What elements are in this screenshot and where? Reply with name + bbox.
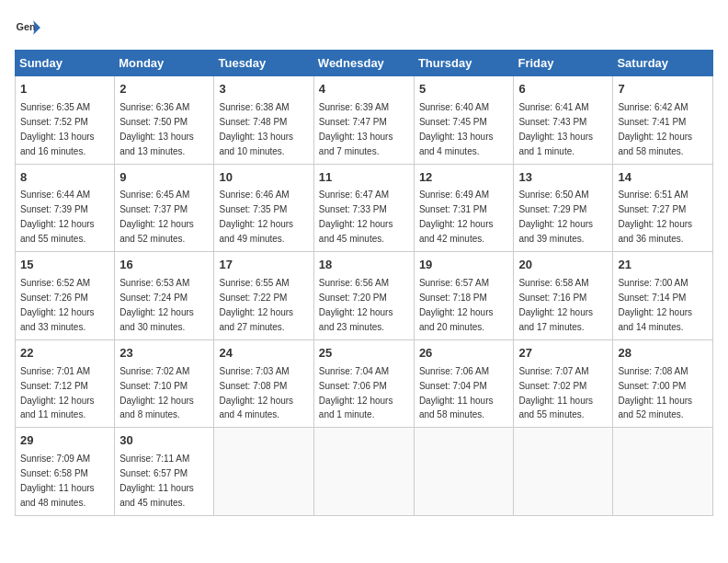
calendar-cell: 16 Sunrise: 6:53 AM Sunset: 7:24 PM Dayl… xyxy=(115,252,214,340)
day-sunset: Sunset: 6:58 PM xyxy=(20,468,88,478)
day-sunrise: Sunrise: 6:41 AM xyxy=(518,102,588,112)
day-sunset: Sunset: 7:37 PM xyxy=(119,204,188,214)
calendar-week-4: 22 Sunrise: 7:01 AM Sunset: 7:12 PM Dayl… xyxy=(16,339,713,428)
day-daylight: Daylight: 12 hours and 39 minutes. xyxy=(518,219,593,244)
weekday-header-monday: Monday xyxy=(115,51,214,76)
calendar-cell: 10 Sunrise: 6:46 AM Sunset: 7:35 PM Dayl… xyxy=(214,164,313,252)
day-daylight: Daylight: 12 hours and 33 minutes. xyxy=(20,307,95,332)
day-number: 22 xyxy=(20,345,109,362)
day-number: 7 xyxy=(618,81,708,98)
day-daylight: Daylight: 12 hours and 4 minutes. xyxy=(219,396,293,420)
day-daylight: Daylight: 11 hours and 58 minutes. xyxy=(419,396,494,420)
day-number: 14 xyxy=(618,169,708,187)
day-number: 16 xyxy=(119,257,209,274)
day-sunset: Sunset: 7:48 PM xyxy=(219,117,287,127)
day-daylight: Daylight: 12 hours and 20 minutes. xyxy=(419,307,494,332)
calendar-cell: 11 Sunrise: 6:47 AM Sunset: 7:33 PM Dayl… xyxy=(313,164,414,252)
day-number: 3 xyxy=(219,81,308,98)
day-number: 13 xyxy=(518,169,608,187)
calendar-cell: 19 Sunrise: 6:57 AM Sunset: 7:18 PM Dayl… xyxy=(414,252,514,340)
day-number: 17 xyxy=(219,257,308,274)
day-number: 29 xyxy=(20,432,109,450)
day-sunset: Sunset: 7:29 PM xyxy=(518,204,586,214)
day-sunset: Sunset: 7:24 PM xyxy=(119,293,188,303)
calendar-cell: 17 Sunrise: 6:55 AM Sunset: 7:22 PM Dayl… xyxy=(214,252,313,340)
day-daylight: Daylight: 12 hours and 8 minutes. xyxy=(119,396,194,420)
day-sunrise: Sunrise: 7:06 AM xyxy=(419,366,489,376)
day-number: 19 xyxy=(419,257,509,274)
day-daylight: Daylight: 13 hours and 16 minutes. xyxy=(20,132,95,156)
day-sunrise: Sunrise: 7:00 AM xyxy=(618,278,688,288)
day-number: 18 xyxy=(319,257,409,274)
calendar-week-5: 29 Sunrise: 7:09 AM Sunset: 6:58 PM Dayl… xyxy=(16,428,713,516)
day-sunrise: Sunrise: 6:44 AM xyxy=(20,190,90,200)
calendar-cell: 9 Sunrise: 6:45 AM Sunset: 7:37 PM Dayli… xyxy=(115,164,214,252)
calendar-week-3: 15 Sunrise: 6:52 AM Sunset: 7:26 PM Dayl… xyxy=(16,252,713,340)
day-sunrise: Sunrise: 7:09 AM xyxy=(20,454,90,464)
calendar-cell: 12 Sunrise: 6:49 AM Sunset: 7:31 PM Dayl… xyxy=(414,164,514,252)
day-daylight: Daylight: 12 hours and 49 minutes. xyxy=(219,219,293,244)
calendar-cell: 26 Sunrise: 7:06 AM Sunset: 7:04 PM Dayl… xyxy=(414,339,514,428)
day-daylight: Daylight: 11 hours and 52 minutes. xyxy=(618,396,692,420)
day-sunset: Sunset: 7:10 PM xyxy=(119,381,188,391)
day-daylight: Daylight: 11 hours and 48 minutes. xyxy=(20,483,95,508)
calendar-cell: 23 Sunrise: 7:02 AM Sunset: 7:10 PM Dayl… xyxy=(115,339,214,428)
day-number: 20 xyxy=(518,257,608,274)
svg-text:Gen: Gen xyxy=(17,21,36,32)
day-sunrise: Sunrise: 6:36 AM xyxy=(119,102,189,112)
day-daylight: Daylight: 12 hours and 23 minutes. xyxy=(319,307,393,332)
day-number: 23 xyxy=(119,345,209,362)
day-sunset: Sunset: 7:04 PM xyxy=(419,381,487,391)
day-daylight: Daylight: 12 hours and 36 minutes. xyxy=(618,219,692,244)
day-daylight: Daylight: 12 hours and 27 minutes. xyxy=(219,307,293,332)
day-sunset: Sunset: 7:12 PM xyxy=(20,381,88,391)
calendar-cell: 24 Sunrise: 7:03 AM Sunset: 7:08 PM Dayl… xyxy=(214,339,313,428)
day-sunset: Sunset: 7:22 PM xyxy=(219,293,287,303)
day-sunrise: Sunrise: 7:07 AM xyxy=(518,366,588,376)
day-number: 25 xyxy=(319,345,409,362)
day-number: 27 xyxy=(518,345,608,362)
day-number: 10 xyxy=(219,169,308,187)
day-sunset: Sunset: 6:57 PM xyxy=(119,468,188,478)
day-sunrise: Sunrise: 6:49 AM xyxy=(419,190,489,200)
day-sunset: Sunset: 7:14 PM xyxy=(618,293,686,303)
day-number: 9 xyxy=(119,169,209,187)
page-header: Gen xyxy=(15,15,713,40)
calendar-cell: 30 Sunrise: 7:11 AM Sunset: 6:57 PM Dayl… xyxy=(115,428,214,516)
day-number: 4 xyxy=(319,81,409,98)
day-sunrise: Sunrise: 6:42 AM xyxy=(618,102,688,112)
calendar-cell: 13 Sunrise: 6:50 AM Sunset: 7:29 PM Dayl… xyxy=(514,164,613,252)
day-daylight: Daylight: 13 hours and 13 minutes. xyxy=(119,132,194,156)
day-daylight: Daylight: 12 hours and 1 minute. xyxy=(319,396,393,420)
day-number: 26 xyxy=(419,345,509,362)
day-sunrise: Sunrise: 6:39 AM xyxy=(319,102,389,112)
calendar-cell xyxy=(313,428,414,516)
day-sunrise: Sunrise: 7:03 AM xyxy=(219,366,289,376)
day-sunrise: Sunrise: 7:08 AM xyxy=(618,366,688,376)
day-number: 8 xyxy=(20,169,109,187)
weekday-header-friday: Friday xyxy=(514,51,613,76)
day-daylight: Daylight: 12 hours and 11 minutes. xyxy=(20,396,95,420)
day-sunrise: Sunrise: 6:47 AM xyxy=(319,190,389,200)
weekday-header-saturday: Saturday xyxy=(613,51,713,76)
day-sunset: Sunset: 7:52 PM xyxy=(20,117,88,127)
day-number: 15 xyxy=(20,257,109,274)
calendar-cell: 4 Sunrise: 6:39 AM Sunset: 7:47 PM Dayli… xyxy=(313,76,414,165)
day-sunrise: Sunrise: 7:04 AM xyxy=(319,366,389,376)
calendar-cell xyxy=(514,428,613,516)
day-daylight: Daylight: 13 hours and 4 minutes. xyxy=(419,132,494,156)
day-sunset: Sunset: 7:47 PM xyxy=(319,117,387,127)
day-number: 2 xyxy=(119,81,209,98)
day-sunset: Sunset: 7:41 PM xyxy=(618,117,686,127)
day-sunrise: Sunrise: 6:40 AM xyxy=(419,102,489,112)
day-daylight: Daylight: 12 hours and 52 minutes. xyxy=(119,219,194,244)
day-daylight: Daylight: 12 hours and 42 minutes. xyxy=(419,219,494,244)
day-sunrise: Sunrise: 6:52 AM xyxy=(20,278,90,288)
day-sunset: Sunset: 7:45 PM xyxy=(419,117,487,127)
day-sunrise: Sunrise: 6:50 AM xyxy=(518,190,588,200)
calendar-cell xyxy=(613,428,713,516)
logo-icon: Gen xyxy=(15,15,40,40)
day-number: 28 xyxy=(618,345,708,362)
calendar-cell: 5 Sunrise: 6:40 AM Sunset: 7:45 PM Dayli… xyxy=(414,76,514,165)
calendar-week-2: 8 Sunrise: 6:44 AM Sunset: 7:39 PM Dayli… xyxy=(16,164,713,252)
